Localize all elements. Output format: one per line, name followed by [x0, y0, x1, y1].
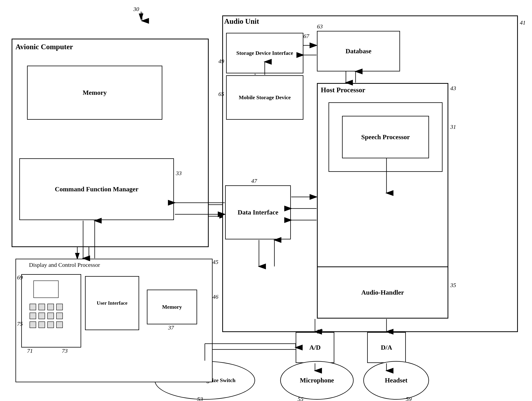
storage-device-interface-box: Storage Device Interface [226, 33, 303, 73]
ref-59: 59 [406, 396, 412, 401]
avionic-memory-box: Memory [27, 66, 162, 120]
microphone-label: Microphone [300, 376, 334, 384]
headset-oval: Headset [363, 361, 429, 400]
display-memory-box: Memory [147, 290, 197, 324]
ad-label: A/D [309, 344, 321, 352]
avionic-memory-label: Memory [83, 89, 107, 97]
ref-35: 35 [450, 282, 456, 289]
data-interface-label: Data Interface [238, 209, 279, 216]
storage-device-interface-label: Storage Device Interface [236, 50, 293, 56]
small-screen [33, 281, 58, 298]
mobile-storage-device-box: Mobile Storage Device [226, 75, 303, 120]
ref-67: 67 [303, 33, 309, 39]
database-label: Database [346, 47, 371, 55]
microphone-oval: Microphone [280, 361, 354, 400]
ref-63: 63 [317, 23, 323, 30]
audio-unit-label: Audio Unit [224, 17, 259, 25]
ref-45: 45 [213, 259, 218, 265]
button-grid [30, 304, 64, 329]
display-panel [21, 274, 81, 347]
display-control-processor-label: Display and Control Processor [29, 262, 100, 268]
ref-57: 57 [317, 328, 323, 335]
diagram: 30 Audio Unit 41 Avionic Computer Memory… [0, 0, 532, 401]
ad-converter-box: A/D [296, 332, 334, 363]
da-converter-box: D/A [367, 332, 406, 363]
ref-43: 43 [450, 85, 456, 92]
avionic-computer-label: Avionic Computer [15, 43, 73, 51]
user-interface-box: User Interface [85, 276, 139, 330]
speech-processor-label: Speech Processor [361, 133, 410, 141]
mobile-storage-device-label: Mobile Storage Device [239, 94, 291, 101]
ref-37: 37 [168, 324, 174, 331]
ref-65: 65 [218, 91, 224, 97]
ref-41: 41 [520, 19, 526, 26]
da-label: D/A [381, 344, 392, 352]
ref-47: 47 [251, 178, 257, 184]
ref-55: 55 [298, 396, 303, 401]
ref-53: 53 [197, 396, 203, 401]
ref-69: 69 [17, 274, 23, 281]
data-interface-box: Data Interface [225, 185, 291, 239]
headset-label: Headset [385, 376, 407, 384]
ref-31: 31 [450, 123, 456, 130]
ref-73: 73 [62, 347, 68, 354]
audio-handler-label: Audio-Handler [361, 289, 404, 296]
user-interface-label: User Interface [97, 300, 127, 306]
audio-handler-box: Audio-Handler [317, 266, 448, 319]
host-processor-label: Host Processor [321, 86, 365, 94]
database-box: Database [317, 31, 400, 71]
ref-71: 71 [27, 347, 33, 354]
ref-61: 61 [388, 328, 394, 335]
ref-46: 46 [213, 293, 218, 300]
ref-75: 75 [17, 321, 23, 327]
command-function-manager-box: Command Function Manager [19, 158, 174, 220]
display-memory-label: Memory [162, 304, 182, 310]
command-function-manager-label: Command Function Manager [55, 185, 139, 193]
ref-30: 30 [133, 6, 139, 12]
ref-33: 33 [176, 170, 182, 176]
speech-processor-box: Speech Processor [342, 116, 429, 158]
ref-49: 49 [218, 58, 224, 64]
